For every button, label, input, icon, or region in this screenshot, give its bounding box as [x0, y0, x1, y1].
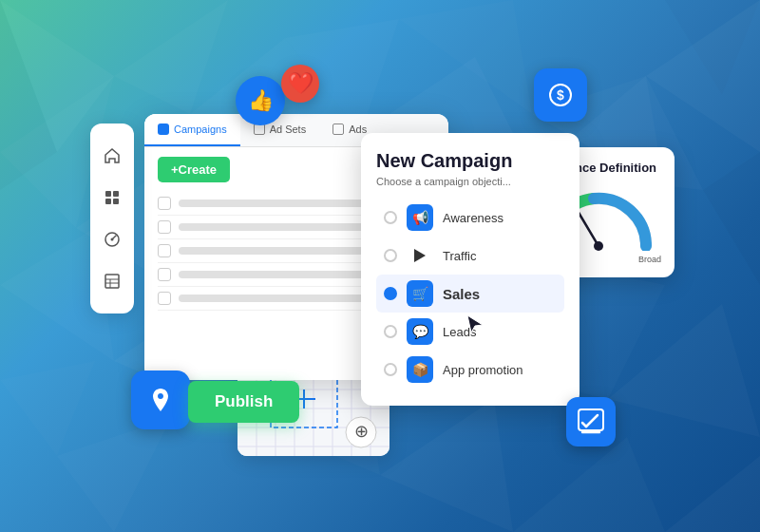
svg-text:$: $: [557, 87, 564, 103]
svg-point-38: [111, 238, 114, 241]
row-checkbox[interactable]: [158, 244, 171, 257]
row-checkbox[interactable]: [158, 268, 171, 281]
row-checkbox[interactable]: [158, 220, 171, 234]
dollar-icon: $: [534, 68, 587, 122]
sidebar-apps-icon[interactable]: [100, 185, 124, 210]
traffic-radio[interactable]: [384, 249, 397, 262]
svg-rect-29: [579, 409, 603, 430]
svg-text:⊕: ⊕: [354, 422, 369, 441]
row-checkbox[interactable]: [158, 292, 171, 305]
svg-marker-1: [114, 0, 228, 114]
svg-line-43: [578, 211, 598, 246]
svg-marker-17: [665, 456, 760, 532]
awareness-radio[interactable]: [384, 211, 397, 224]
svg-marker-16: [513, 437, 665, 532]
sidebar-table-icon[interactable]: [100, 269, 124, 294]
heart-icon: ❤️: [281, 65, 319, 103]
app-promo-icon: 📦: [407, 356, 433, 383]
sales-icon: 🛒: [407, 280, 433, 307]
sidebar-home-icon[interactable]: [100, 143, 124, 168]
awareness-icon: 📢: [407, 204, 433, 231]
create-button[interactable]: +Create: [158, 157, 230, 182]
svg-rect-36: [113, 199, 119, 204]
sales-radio[interactable]: [384, 287, 397, 300]
traffic-icon: [407, 242, 433, 269]
sales-label: Sales: [443, 286, 480, 302]
svg-rect-33: [105, 191, 111, 197]
awareness-label: Awareness: [443, 211, 504, 225]
objective-app-promotion[interactable]: 📦 App promotion: [376, 351, 564, 389]
new-campaign-modal: New Campaign Choose a campaign objecti..…: [361, 133, 580, 406]
svg-marker-22: [703, 152, 760, 285]
sidebar-dashboard-icon[interactable]: [100, 227, 124, 252]
thumbs-up-icon: 👍: [236, 76, 285, 125]
objective-awareness[interactable]: 📢 Awareness: [376, 199, 564, 237]
svg-line-31: [586, 415, 598, 427]
svg-marker-19: [57, 418, 171, 532]
location-icon: [131, 370, 190, 429]
svg-point-44: [594, 241, 603, 251]
objective-traffic[interactable]: Traffic: [376, 237, 564, 275]
svg-rect-39: [105, 275, 119, 288]
svg-marker-18: [0, 361, 95, 456]
app-promo-radio[interactable]: [384, 363, 397, 376]
check-icon: [566, 397, 616, 446]
leads-icon: 💬: [407, 318, 433, 345]
modal-title: New Campaign: [376, 150, 564, 172]
sidebar: [90, 124, 134, 314]
tab-campaigns[interactable]: Campaigns: [144, 114, 240, 146]
objective-sales[interactable]: 🛒 Sales: [376, 275, 564, 313]
app-promo-label: App promotion: [443, 363, 523, 377]
svg-rect-35: [105, 199, 111, 204]
row-checkbox[interactable]: [158, 197, 171, 210]
leads-radio[interactable]: [384, 325, 397, 338]
cursor-arrow: [466, 314, 484, 339]
modal-subtitle: Choose a campaign objecti...: [376, 176, 564, 187]
broad-label: Broad: [638, 255, 661, 264]
traffic-label: Traffic: [443, 249, 476, 263]
svg-marker-15: [380, 399, 513, 532]
svg-rect-34: [113, 191, 119, 197]
publish-button[interactable]: Publish: [188, 381, 299, 423]
